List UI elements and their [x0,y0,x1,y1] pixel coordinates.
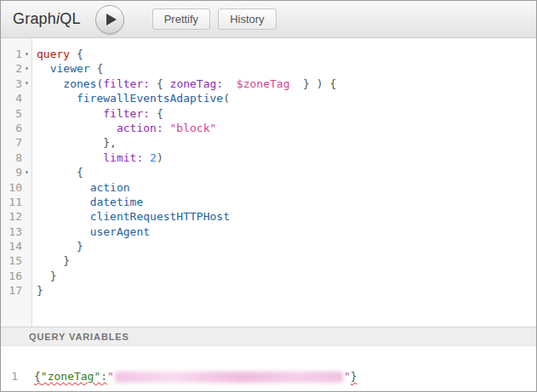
code-line[interactable]: viewer { [37,61,536,76]
code-token: filter: [103,107,150,120]
gutter-row: 2▾ [1,61,31,76]
code-token: ) [157,151,163,164]
code-token: viewer [50,62,90,75]
line-number: 10 [1,180,22,195]
gutter-row: 12 [1,209,31,224]
code-line[interactable]: action [37,180,536,195]
code-token: limit: [103,151,143,164]
code-token [163,122,170,134]
code-token: action: [117,122,163,134]
code-line[interactable]: firewallEventsAdaptive( [37,91,536,105]
gutter-row: 17 [1,283,31,298]
code-token: userAgent [90,225,150,238]
variables-panel-title: QUERY VARIABLES [29,332,129,342]
line-number: 6 [1,121,22,135]
code-token [37,151,103,164]
code-token [223,77,237,90]
gutter-row: 4 [1,91,31,105]
line-number: 4 [1,91,22,105]
toolbar: GraphiQL Prettify History [1,1,536,38]
code-line[interactable]: {"zoneTag":""} [34,369,536,383]
code-line[interactable]: } [37,253,536,268]
gutter-row: 11 [1,195,31,209]
code-token [37,181,90,194]
gutter-row: 15 [1,253,31,268]
code-token [37,77,63,90]
line-number: 3 [1,77,22,91]
variables-panel-header[interactable]: QUERY VARIABLES [1,327,536,346]
code-line[interactable]: action: "block" [37,121,536,135]
code-token [37,210,90,223]
gutter-row: 1▾ [1,47,31,61]
code-token: zones [63,77,96,90]
code-line[interactable]: } [37,283,536,298]
code-line[interactable]: userAgent [37,224,536,239]
gutter-row: 5 [1,106,31,121]
code-line[interactable]: zones(filter: { zoneTag: $zoneTag } ) { [37,77,536,91]
code-token: } ) { [289,77,336,90]
code-token: firewallEventsAdaptive [77,92,223,105]
code-token: " [344,370,351,383]
code-line[interactable]: limit: 2) [37,151,536,165]
code-line[interactable]: datetime [37,195,536,209]
graphiql-logo: GraphiQL [13,10,81,28]
variables-code-area[interactable]: {"zoneTag":""} [23,369,536,391]
code-token: } [37,284,43,297]
code-token: filter: [103,77,150,90]
fold-arrow-icon[interactable]: ▾ [22,80,31,87]
fold-arrow-icon[interactable]: ▾ [22,169,31,176]
graphiql-window: GraphiQL Prettify History 1▾2▾3▾456789▾1… [0,0,537,392]
code-line[interactable]: }, [37,135,536,150]
prettify-button[interactable]: Prettify [152,9,210,30]
line-number: 2 [1,61,22,76]
line-number: 15 [1,253,22,268]
code-line[interactable]: filter: { [37,106,536,121]
line-number: 7 [1,135,22,150]
code-token [37,196,90,208]
line-number: 13 [1,224,22,239]
code-token [37,62,50,75]
gutter-row: 10 [1,180,31,195]
code-token: { [37,166,83,179]
code-token: zoneTag: [170,77,224,90]
code-token: } [37,270,56,282]
line-number: 16 [1,269,22,283]
gutter-row: 14 [1,239,31,253]
line-number: 5 [1,106,22,121]
variables-editor[interactable]: 1 {"zoneTag":""} [1,346,536,391]
code-token: query [37,48,70,60]
code-token: { [150,107,163,120]
code-line[interactable]: { [37,165,536,179]
gutter-row: 7 [1,135,31,150]
gutter-row: 3▾ [1,77,31,91]
code-line[interactable]: query { [37,47,536,61]
gutter-row: 8 [1,151,31,165]
play-icon [106,14,117,26]
logo-text: Graph [13,10,56,27]
fold-arrow-icon[interactable]: ▾ [22,51,31,58]
query-editor[interactable]: 1▾2▾3▾456789▾1011121314151617 query { vi… [1,38,536,327]
gutter-row: 16 [1,269,31,283]
code-line[interactable]: } [37,269,536,283]
code-token: 2 [150,151,157,164]
history-button[interactable]: History [218,9,276,30]
code-line[interactable]: clientRequestHTTPHost [37,209,536,224]
redacted-value [115,372,343,383]
line-number: 14 [1,239,22,253]
code-token: clientRequestHTTPHost [90,210,230,223]
code-token: : [100,370,107,383]
editor-gutter: 1▾2▾3▾456789▾1011121314151617 [1,38,32,327]
query-code-area[interactable]: query { viewer { zones(filter: { zoneTag… [32,38,536,327]
line-number: 17 [1,283,22,298]
fold-arrow-icon[interactable]: ▾ [22,65,31,72]
code-token: { [34,370,41,383]
code-line[interactable]: } [37,239,536,253]
code-token [37,107,103,120]
execute-button[interactable] [95,5,124,34]
code-token: "zoneTag" [41,370,100,383]
gutter-row: 6 [1,121,31,135]
variables-gutter: 1 [1,369,23,391]
code-token [37,122,117,134]
code-token: { [70,48,83,60]
code-token [143,151,150,164]
